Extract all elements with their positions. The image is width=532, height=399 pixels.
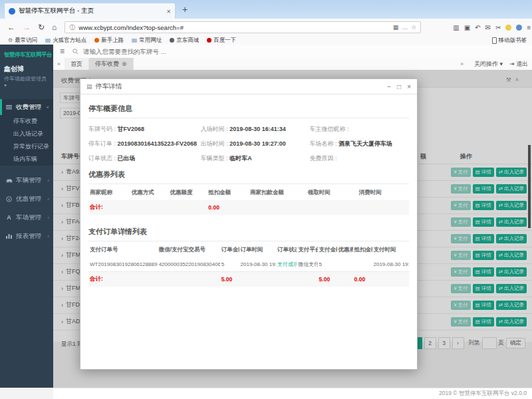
library-icon[interactable]: ▥	[453, 24, 459, 31]
tab-close-icon[interactable]: ⊗	[122, 61, 127, 67]
sidebar-item-discount-mgmt[interactable]: ¥ 优惠管理 ‹	[0, 191, 53, 207]
summary-section-title: 停车概要信息	[88, 100, 409, 118]
coupon-table: 商家昵称优惠方式 优惠额度抵扣金额 商家扣款金额领取时间 消费时间 合计: 0.…	[88, 184, 409, 215]
phone-icon	[492, 37, 497, 44]
svg-text:¥: ¥	[8, 197, 11, 201]
summary-grid: 车牌号码 : 甘FV2068 入场时间 : 2019-08-30 16:41:3…	[88, 118, 409, 166]
modal-header[interactable]: ▤ 停车详情 − □ ×	[80, 79, 417, 94]
coupon-total-row: 合计: 0.00	[88, 200, 409, 215]
user-role-dropdown[interactable]: 停车场超级管理员 ▾	[0, 74, 53, 88]
home-icon[interactable]: ⌂	[52, 23, 57, 32]
mobile-bookmarks[interactable]: 移动版书签	[492, 36, 527, 45]
bookmark-star-icon[interactable]: ☆	[411, 24, 416, 31]
bookmark-baidu[interactable]: 百度一下	[207, 37, 236, 45]
hamburger-icon[interactable]: ≡	[60, 47, 65, 56]
maximize-icon[interactable]: □	[397, 83, 401, 90]
close-operations-dropdown[interactable]: 关闭操作 ▾	[474, 60, 503, 68]
summary-field: 入场时间 : 2019-08-30 16:41:34	[201, 125, 310, 134]
extension-icon-2[interactable]	[516, 25, 522, 31]
sidebar-item-vehicle-mgmt[interactable]: 车辆管理 ‹	[0, 172, 53, 188]
summary-field: 出场时间 : 2019-08-30 19:27:00	[201, 140, 310, 148]
new-tab-button[interactable]: +	[182, 4, 188, 15]
car-icon	[5, 178, 13, 183]
chevron-left-icon: ‹	[47, 178, 49, 184]
browser-toolbar: ← → ↻ ⌂ ⓘ www.xcbypt.com/Index?top-searc…	[0, 19, 532, 37]
sidebar-item-charge-mgmt[interactable]: 收费管理 ˅	[0, 99, 53, 115]
sidebar-item-parkinglot-mgmt[interactable]: A 车场管理 ‹	[0, 209, 53, 225]
url-bar[interactable]: ⓘ www.xcbypt.com/Index?top-search=# ▦ … …	[65, 21, 421, 33]
bookmark-getting-started[interactable]: 新手上路	[94, 37, 124, 45]
site-info-icon[interactable]: ⓘ	[69, 23, 75, 32]
summary-field: 车场名称 : 酒泉飞天大厦停车场	[310, 140, 409, 148]
logout-button[interactable]: ⇥ 退出	[509, 60, 528, 68]
coupon-icon: ¥	[5, 196, 13, 202]
search-icon	[72, 45, 78, 57]
forward-icon[interactable]: →	[23, 23, 31, 32]
scroll-tabs-right-icon[interactable]: »	[460, 61, 464, 67]
bookmark-jd[interactable]: 京东商城	[170, 37, 199, 45]
bookmark-common-sites[interactable]: 常用网址	[132, 37, 162, 45]
app-topbar: ≡	[53, 45, 532, 58]
folder-icon	[45, 39, 51, 43]
chevron-left-icon: ‹	[47, 215, 49, 221]
sidebar-item-report-mgmt[interactable]: 报表管理 ‹	[0, 228, 53, 244]
sync-icon[interactable]: ↶	[475, 24, 480, 31]
firefox-icon	[94, 38, 99, 43]
page-action-icon[interactable]: ▦	[393, 24, 399, 31]
back-icon[interactable]: ←	[7, 23, 15, 32]
screenshot-icon[interactable]: ✂	[495, 24, 501, 31]
tab-parking-charge[interactable]: 停车收费 ⊗	[89, 58, 134, 70]
sidebar-footer-block	[0, 388, 53, 399]
screen: 智慧停车互联网平台 - 主页 × + ← → ↻ ⌂ ⓘ www.xcbypt.…	[0, 0, 532, 399]
reload-icon[interactable]: ↻	[38, 23, 45, 32]
bookmarks-bar: ⚙ 最常访问 火狐官方站点 新手上路 常用网址 京东商城 百度一下 移动版书签	[0, 36, 532, 45]
summary-field: 车辆类型 : 临时车A	[201, 154, 310, 163]
payment-section-title: 支付订单详情列表	[88, 223, 409, 241]
summary-field: 订单状态 : 已出场	[88, 154, 201, 163]
sidebar-item-entry-exit-records[interactable]: 出入场记录	[0, 128, 53, 140]
bookmark-firefox-sites[interactable]: 火狐官方站点	[45, 37, 86, 45]
payment-status: 支付成功	[276, 257, 297, 272]
browser-tab[interactable]: 智慧停车互联网平台 - 主页 ×	[4, 3, 176, 19]
url-text[interactable]: www.xcbypt.com/Index?top-search=#	[78, 24, 389, 31]
sidebar-item-abnormal-release[interactable]: 异常放行记录	[0, 140, 53, 153]
logout-icon: ⇥	[509, 61, 515, 67]
copyright-text: 2019 © 智慧停车互联网平台 v2.0.0	[439, 390, 527, 398]
scrollbar-thumb[interactable]	[528, 145, 531, 228]
modal-title: 停车详情	[96, 82, 122, 91]
parking-detail-modal: ▤ 停车详情 − □ × 停车概要信息 车牌号码 : 甘FV2068 入场时间 …	[80, 78, 418, 370]
list-icon	[5, 104, 13, 110]
browser-tab-title: 智慧停车互联网平台 - 主页	[19, 7, 164, 15]
sidebar-toggle-icon[interactable]: ▣	[464, 24, 470, 31]
folder-icon	[132, 39, 137, 43]
payment-table: 支付订单号微信/支付宝交易号 订单金额订单时间 订单状态支付平台 支付金额优惠券…	[88, 241, 409, 287]
extension-icon-1[interactable]	[505, 25, 511, 31]
coupon-section-title: 优惠券列表	[88, 166, 409, 184]
gear-icon: ⚙	[8, 37, 13, 43]
scroll-tabs-left-icon[interactable]: «	[57, 61, 61, 67]
site-favicon-icon	[9, 8, 15, 15]
search-input[interactable]	[82, 47, 284, 56]
payment-total-row: 合计: 5.00 5.00 0.00	[88, 272, 409, 287]
sidebar-item-vehicles-inside[interactable]: 场内车辆	[0, 153, 53, 166]
chevron-down-icon: ˅	[46, 104, 49, 110]
chevron-left-icon: ‹	[47, 196, 49, 202]
app-sidebar: 智慧停车互联网平台 鑫创博 停车场超级管理员 ▾ 收费管理 ˅ 停车收费 出入场…	[0, 45, 53, 388]
minimize-icon[interactable]: −	[387, 83, 391, 90]
tab-home[interactable]: 首页	[65, 58, 89, 70]
summary-field: 车牌号码 : 甘FV2068	[88, 125, 201, 134]
close-icon[interactable]: ×	[407, 83, 411, 90]
window-icon: ▤	[86, 83, 92, 90]
app-tab-bar: « 首页 停车收费 ⊗ » 关闭操作 ▾ ⇥ 退出	[53, 58, 532, 70]
letter-a-icon: A	[5, 214, 13, 221]
pocket-icon[interactable]: ✉	[485, 24, 491, 31]
bookmark-most-visited[interactable]: ⚙ 最常访问	[8, 37, 37, 45]
tab-close-icon[interactable]: ×	[167, 7, 171, 15]
jd-icon	[170, 38, 174, 43]
summary-field: 车主微信昵称 :	[310, 125, 409, 134]
menu-icon[interactable]: ≡	[527, 24, 531, 31]
app-brand: 智慧停车互联网平台	[0, 45, 53, 61]
more-actions-icon[interactable]: …	[402, 24, 408, 31]
app-footer: 2019 © 智慧停车互联网平台 v2.0.0	[53, 388, 532, 399]
sidebar-item-parking-charge[interactable]: 停车收费	[0, 115, 53, 128]
